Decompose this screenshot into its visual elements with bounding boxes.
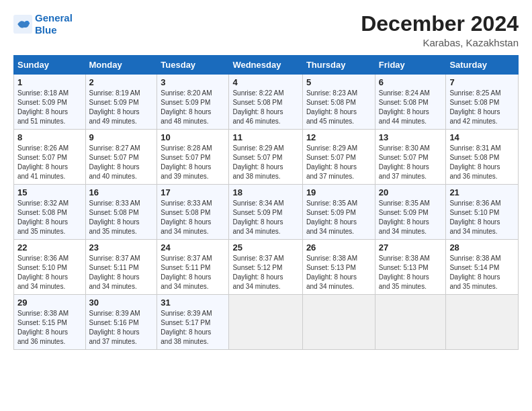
table-row: 24 Sunrise: 8:37 AMSunset: 5:11 PMDaylig… — [157, 240, 229, 295]
page: General Blue December 2024 Karabas, Kaza… — [0, 0, 532, 411]
table-row: 27 Sunrise: 8:38 AMSunset: 5:13 PMDaylig… — [375, 240, 446, 295]
table-row: 12 Sunrise: 8:29 AMSunset: 5:07 PMDaylig… — [302, 130, 375, 185]
day-detail: Sunrise: 8:26 AMSunset: 5:07 PMDaylight:… — [17, 144, 69, 180]
table-row: 6 Sunrise: 8:24 AMSunset: 5:08 PMDayligh… — [375, 75, 446, 130]
day-detail: Sunrise: 8:38 AMSunset: 5:14 PMDaylight:… — [449, 255, 500, 290]
day-number: 30 — [89, 298, 154, 308]
day-detail: Sunrise: 8:39 AMSunset: 5:17 PMDaylight:… — [161, 310, 212, 345]
logo-text: General Blue — [35, 12, 73, 36]
day-detail: Sunrise: 8:29 AMSunset: 5:07 PMDaylight:… — [232, 144, 283, 180]
day-detail: Sunrise: 8:22 AMSunset: 5:08 PMDaylight:… — [232, 89, 283, 125]
day-detail: Sunrise: 8:23 AMSunset: 5:08 PMDaylight:… — [306, 89, 357, 125]
table-row: 10 Sunrise: 8:28 AMSunset: 5:07 PMDaylig… — [157, 130, 229, 185]
table-row: 14 Sunrise: 8:31 AMSunset: 5:08 PMDaylig… — [446, 130, 519, 185]
day-number: 7 — [449, 77, 515, 87]
day-number: 23 — [89, 242, 154, 253]
table-row — [446, 295, 519, 350]
day-number: 1 — [17, 77, 82, 87]
day-number: 14 — [449, 132, 515, 142]
calendar-week-row: 22 Sunrise: 8:36 AMSunset: 5:10 PMDaylig… — [14, 240, 519, 295]
day-detail: Sunrise: 8:38 AMSunset: 5:15 PMDaylight:… — [17, 310, 69, 345]
day-detail: Sunrise: 8:18 AMSunset: 5:09 PMDaylight:… — [17, 89, 69, 125]
logo-line1: General — [35, 12, 73, 24]
day-number: 3 — [161, 77, 225, 87]
table-row: 13 Sunrise: 8:30 AMSunset: 5:07 PMDaylig… — [375, 130, 446, 185]
day-number: 11 — [232, 132, 298, 142]
day-number: 20 — [379, 187, 443, 197]
table-row: 26 Sunrise: 8:38 AMSunset: 5:13 PMDaylig… — [302, 240, 375, 295]
table-row: 2 Sunrise: 8:19 AMSunset: 5:09 PMDayligh… — [85, 75, 157, 130]
day-number: 4 — [232, 77, 298, 87]
day-detail: Sunrise: 8:35 AMSunset: 5:09 PMDaylight:… — [306, 199, 357, 235]
table-row: 20 Sunrise: 8:35 AMSunset: 5:09 PMDaylig… — [375, 185, 446, 240]
table-row: 17 Sunrise: 8:33 AMSunset: 5:08 PMDaylig… — [157, 185, 229, 240]
day-detail: Sunrise: 8:27 AMSunset: 5:07 PMDaylight:… — [89, 144, 140, 180]
day-detail: Sunrise: 8:20 AMSunset: 5:09 PMDaylight:… — [161, 89, 212, 125]
table-row — [375, 295, 446, 350]
day-number: 5 — [306, 77, 371, 87]
calendar-week-row: 15 Sunrise: 8:32 AMSunset: 5:08 PMDaylig… — [14, 185, 519, 240]
col-saturday: Saturday — [446, 56, 519, 75]
table-row: 29 Sunrise: 8:38 AMSunset: 5:15 PMDaylig… — [14, 295, 86, 350]
day-number: 21 — [449, 187, 515, 197]
col-friday: Friday — [375, 56, 446, 75]
table-row: 16 Sunrise: 8:33 AMSunset: 5:08 PMDaylig… — [85, 185, 157, 240]
day-number: 18 — [232, 187, 298, 197]
day-detail: Sunrise: 8:37 AMSunset: 5:12 PMDaylight:… — [232, 255, 283, 290]
day-number: 15 — [17, 187, 82, 197]
day-detail: Sunrise: 8:38 AMSunset: 5:13 PMDaylight:… — [306, 255, 357, 290]
col-monday: Monday — [85, 56, 157, 75]
day-detail: Sunrise: 8:32 AMSunset: 5:08 PMDaylight:… — [17, 199, 69, 235]
day-detail: Sunrise: 8:39 AMSunset: 5:16 PMDaylight:… — [89, 310, 140, 345]
calendar-table: Sunday Monday Tuesday Wednesday Thursday… — [13, 55, 519, 350]
day-detail: Sunrise: 8:33 AMSunset: 5:08 PMDaylight:… — [89, 199, 140, 235]
day-number: 19 — [306, 187, 371, 197]
day-number: 22 — [17, 242, 82, 253]
day-number: 12 — [306, 132, 371, 142]
calendar-week-row: 1 Sunrise: 8:18 AMSunset: 5:09 PMDayligh… — [14, 75, 519, 130]
calendar-week-row: 8 Sunrise: 8:26 AMSunset: 5:07 PMDayligh… — [14, 130, 519, 185]
table-row: 30 Sunrise: 8:39 AMSunset: 5:16 PMDaylig… — [85, 295, 157, 350]
day-detail: Sunrise: 8:36 AMSunset: 5:10 PMDaylight:… — [17, 255, 69, 290]
day-detail: Sunrise: 8:29 AMSunset: 5:07 PMDaylight:… — [306, 144, 357, 180]
table-row: 7 Sunrise: 8:25 AMSunset: 5:08 PMDayligh… — [446, 75, 519, 130]
day-number: 8 — [17, 132, 82, 142]
table-row: 28 Sunrise: 8:38 AMSunset: 5:14 PMDaylig… — [446, 240, 519, 295]
day-detail: Sunrise: 8:36 AMSunset: 5:10 PMDaylight:… — [449, 199, 500, 235]
day-detail: Sunrise: 8:31 AMSunset: 5:08 PMDaylight:… — [449, 144, 500, 180]
logo-icon — [13, 15, 32, 34]
table-row — [302, 295, 375, 350]
day-number: 29 — [17, 298, 82, 308]
col-sunday: Sunday — [14, 56, 86, 75]
day-detail: Sunrise: 8:35 AMSunset: 5:09 PMDaylight:… — [379, 199, 430, 235]
day-detail: Sunrise: 8:33 AMSunset: 5:08 PMDaylight:… — [161, 199, 212, 235]
table-row: 19 Sunrise: 8:35 AMSunset: 5:09 PMDaylig… — [302, 185, 375, 240]
day-detail: Sunrise: 8:38 AMSunset: 5:13 PMDaylight:… — [379, 255, 430, 290]
table-row: 18 Sunrise: 8:34 AMSunset: 5:09 PMDaylig… — [229, 185, 302, 240]
day-detail: Sunrise: 8:28 AMSunset: 5:07 PMDaylight:… — [161, 144, 212, 180]
table-row: 1 Sunrise: 8:18 AMSunset: 5:09 PMDayligh… — [14, 75, 86, 130]
table-row: 22 Sunrise: 8:36 AMSunset: 5:10 PMDaylig… — [14, 240, 86, 295]
day-number: 25 — [232, 242, 298, 253]
day-number: 6 — [379, 77, 443, 87]
day-detail: Sunrise: 8:25 AMSunset: 5:08 PMDaylight:… — [449, 89, 500, 125]
title-block: December 2024 Karabas, Kazakhstan — [361, 12, 519, 48]
table-row: 8 Sunrise: 8:26 AMSunset: 5:07 PMDayligh… — [14, 130, 86, 185]
logo: General Blue — [13, 12, 73, 36]
table-row: 21 Sunrise: 8:36 AMSunset: 5:10 PMDaylig… — [446, 185, 519, 240]
day-number: 17 — [161, 187, 225, 197]
day-detail: Sunrise: 8:37 AMSunset: 5:11 PMDaylight:… — [89, 255, 140, 290]
table-row: 15 Sunrise: 8:32 AMSunset: 5:08 PMDaylig… — [14, 185, 86, 240]
day-number: 2 — [89, 77, 154, 87]
day-detail: Sunrise: 8:30 AMSunset: 5:07 PMDaylight:… — [379, 144, 430, 180]
col-tuesday: Tuesday — [157, 56, 229, 75]
table-row: 25 Sunrise: 8:37 AMSunset: 5:12 PMDaylig… — [229, 240, 302, 295]
day-number: 26 — [306, 242, 371, 253]
day-number: 28 — [449, 242, 515, 253]
month-title: December 2024 — [361, 12, 519, 36]
calendar-week-row: 29 Sunrise: 8:38 AMSunset: 5:15 PMDaylig… — [14, 295, 519, 350]
table-row: 23 Sunrise: 8:37 AMSunset: 5:11 PMDaylig… — [85, 240, 157, 295]
location: Karabas, Kazakhstan — [361, 37, 519, 48]
table-row: 3 Sunrise: 8:20 AMSunset: 5:09 PMDayligh… — [157, 75, 229, 130]
table-row — [229, 295, 302, 350]
